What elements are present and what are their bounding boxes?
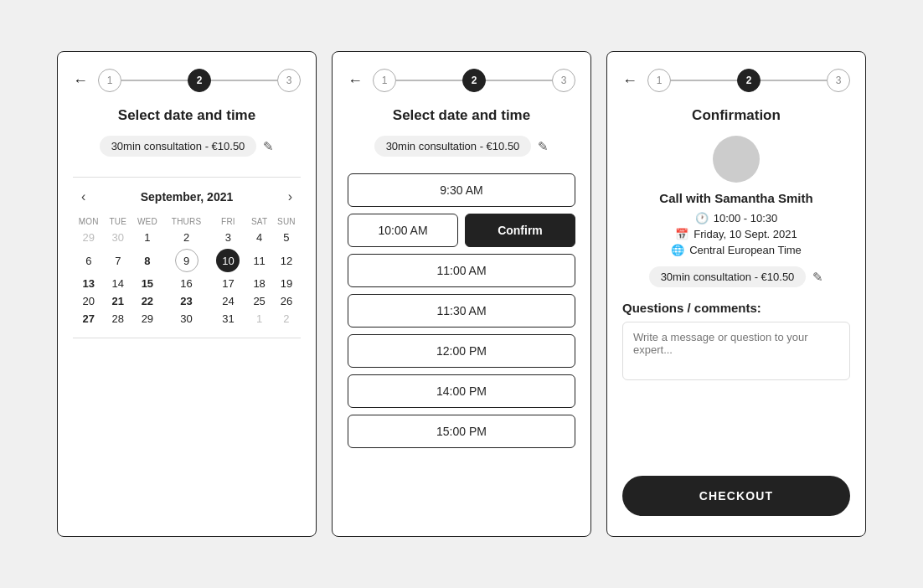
cal-header-row: MON TUE WED THURS FRI SAT SUN	[73, 214, 301, 229]
cal-day-1-6[interactable]: 12	[272, 246, 301, 275]
day-num: 6	[85, 255, 91, 267]
cal-day-3-1[interactable]: 21	[105, 292, 131, 310]
screen-2: ← 1 2 3 Select date and time 30min consu…	[332, 51, 591, 537]
steps-3: 1 2 3	[647, 69, 850, 92]
cal-day-4-1[interactable]: 28	[105, 310, 131, 328]
time-slot-1500[interactable]: 15:00 PM	[348, 415, 575, 448]
cal-day-0-4[interactable]: 3	[209, 229, 246, 246]
time-slot-1130[interactable]: 11:30 AM	[348, 294, 575, 328]
conf-date-row: 📅 Friday, 10 Sept. 2021	[675, 228, 797, 240]
day-num: 13	[83, 277, 95, 290]
cal-day-0-0[interactable]: 29	[73, 229, 105, 246]
expert-avatar	[713, 136, 760, 183]
day-num: 29	[83, 231, 95, 244]
cal-week-0: 293012345	[73, 229, 301, 246]
screen1-pill-row: 30min consultation - €10.50 ✎	[73, 136, 301, 157]
edit-icon-2[interactable]: ✎	[538, 139, 549, 154]
day-num: 18	[253, 277, 265, 290]
day-num: 22	[142, 295, 153, 307]
cal-day-4-6[interactable]: 2	[272, 310, 301, 328]
conf-details: 🕐 10:00 - 10:30 📅 Friday, 10 Sept. 2021 …	[622, 212, 850, 256]
cal-day-2-2[interactable]: 15	[131, 275, 163, 292]
cal-day-2-5[interactable]: 18	[246, 275, 271, 292]
cal-day-1-4[interactable]: 10	[209, 246, 246, 275]
comment-textarea[interactable]	[622, 322, 850, 380]
cal-day-2-4[interactable]: 17	[209, 275, 246, 292]
cal-next-btn[interactable]: ›	[283, 188, 297, 206]
cal-day-0-2[interactable]: 1	[131, 229, 163, 246]
cal-day-3-5[interactable]: 25	[246, 292, 271, 310]
day-num: 9	[175, 249, 199, 272]
steps-1: 1 2 3	[98, 69, 301, 92]
cal-day-3-2[interactable]: 22	[131, 292, 163, 310]
time-slot-930[interactable]: 9:30 AM	[348, 173, 575, 207]
cal-day-2-0[interactable]: 13	[73, 275, 105, 292]
cal-th-mon: MON	[73, 214, 105, 229]
cal-day-0-1[interactable]: 30	[105, 229, 131, 246]
divider-1b	[73, 338, 301, 338]
expert-name: Call with Samantha Smith	[622, 191, 850, 205]
time-slot-1400[interactable]: 14:00 PM	[348, 374, 575, 408]
time-slot-1000[interactable]: 10:00 AM	[348, 214, 458, 247]
cal-day-3-0[interactable]: 20	[73, 292, 105, 310]
cal-day-1-3[interactable]: 9	[163, 246, 210, 275]
screen-3: ← 1 2 3 Confirmation Call with Samantha …	[606, 51, 866, 537]
cal-day-2-3[interactable]: 16	[163, 275, 210, 292]
screen2-pill-row: 30min consultation - €10.50 ✎	[348, 136, 575, 157]
day-num: 5	[283, 231, 289, 244]
back-button-3[interactable]: ←	[622, 73, 637, 88]
cal-day-4-0[interactable]: 27	[73, 310, 105, 328]
cal-day-2-6[interactable]: 19	[272, 275, 301, 292]
cal-day-4-3[interactable]: 30	[163, 310, 210, 328]
cal-th-sun: SUN	[272, 214, 301, 229]
confirm-button[interactable]: Confirm	[465, 214, 575, 247]
cal-th-sat: SAT	[246, 214, 271, 229]
day-num: 30	[180, 312, 192, 325]
day-num: 30	[112, 231, 124, 244]
cal-day-1-0[interactable]: 6	[73, 246, 105, 275]
conf-time-row: 🕐 10:00 - 10:30	[695, 212, 778, 224]
day-num: 25	[253, 295, 265, 307]
cal-day-0-6[interactable]: 5	[272, 229, 301, 246]
cal-day-4-5[interactable]: 1	[246, 310, 271, 328]
step-3-1: 1	[647, 69, 671, 92]
cal-day-3-4[interactable]: 24	[209, 292, 246, 310]
cal-prev-btn[interactable]: ‹	[76, 188, 90, 206]
cal-day-1-2[interactable]: 8	[131, 246, 163, 275]
cal-day-3-6[interactable]: 26	[272, 292, 301, 310]
cal-day-1-5[interactable]: 11	[246, 246, 271, 275]
edit-icon-1[interactable]: ✎	[263, 139, 274, 154]
cal-day-3-3[interactable]: 23	[163, 292, 210, 310]
cal-day-1-1[interactable]: 7	[105, 246, 131, 275]
screen2-title: Select date and time	[348, 107, 575, 124]
edit-icon-3[interactable]: ✎	[812, 270, 823, 285]
day-num: 1	[144, 231, 150, 244]
step-2-3: 3	[552, 69, 575, 92]
globe-icon: 🌐	[671, 244, 684, 256]
conf-timezone: Central European Time	[689, 244, 802, 256]
time-slots-container: 9:30 AM 10:00 AM Confirm 11:00 AM 11:30 …	[348, 173, 575, 448]
cal-day-4-2[interactable]: 29	[131, 310, 163, 328]
day-num: 27	[83, 312, 95, 325]
screen1-header: ← 1 2 3	[73, 69, 301, 92]
back-button-1[interactable]: ←	[73, 73, 88, 88]
back-button-2[interactable]: ←	[348, 73, 363, 88]
time-slot-1100[interactable]: 11:00 AM	[348, 254, 575, 287]
conf-time: 10:00 - 10:30	[714, 212, 778, 224]
cal-th-wed: WED	[131, 214, 163, 229]
divider-1	[73, 177, 301, 178]
day-num: 16	[180, 277, 192, 290]
cal-day-4-4[interactable]: 31	[209, 310, 246, 328]
cal-day-0-5[interactable]: 4	[246, 229, 271, 246]
day-num: 15	[142, 277, 153, 290]
day-num: 31	[222, 312, 234, 325]
time-slot-1200[interactable]: 12:00 PM	[348, 334, 575, 368]
cal-day-2-1[interactable]: 14	[105, 275, 131, 292]
checkout-button[interactable]: CHECKOUT	[622, 476, 850, 516]
time-slot-row-1000: 10:00 AM Confirm	[348, 214, 575, 247]
step-3-2: 2	[737, 69, 761, 92]
conf-pill-row: 30min consultation - €10.50 ✎	[622, 266, 850, 287]
cal-day-0-3[interactable]: 2	[163, 229, 210, 246]
conf-date: Friday, 10 Sept. 2021	[694, 228, 797, 240]
questions-label: Questions / comments:	[622, 301, 850, 315]
